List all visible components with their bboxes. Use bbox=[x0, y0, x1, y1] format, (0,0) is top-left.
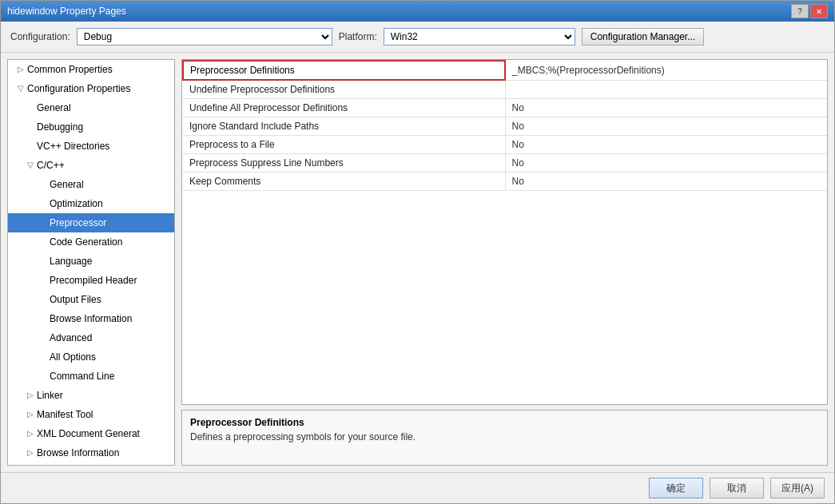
property-row-6[interactable]: Keep CommentsNo bbox=[183, 173, 827, 191]
tree-item-cpp-advanced[interactable]: Advanced bbox=[8, 328, 174, 347]
property-name-0: Preprocessor Definitions bbox=[183, 61, 505, 80]
tree-label-cpp-optimization: Optimization bbox=[50, 196, 171, 212]
apply-button[interactable]: 应用(A) bbox=[770, 478, 825, 498]
tree-label-cpp-advanced: Advanced bbox=[50, 330, 171, 346]
tree-item-cpp-precomp[interactable]: Precompiled Header bbox=[8, 271, 174, 290]
tree-item-cpp-all-options[interactable]: All Options bbox=[8, 347, 174, 367]
property-row-3[interactable]: Ignore Standard Include PathsNo bbox=[183, 117, 827, 136]
tree-expander-cpp-code-gen[interactable] bbox=[37, 236, 50, 248]
tree-item-cpp[interactable]: ▽C/C++ bbox=[8, 156, 174, 175]
tree-expander-cpp-language[interactable] bbox=[37, 255, 50, 268]
tree-label-debugging: Debugging bbox=[37, 119, 171, 135]
config-manager-button[interactable]: Configuration Manager... bbox=[582, 28, 704, 46]
property-row-5[interactable]: Preprocess Suppress Line NumbersNo bbox=[183, 154, 827, 173]
tree-item-xml-doc[interactable]: ▷XML Document Generat bbox=[8, 424, 174, 443]
tree-item-vc-directories[interactable]: VC++ Directories bbox=[8, 137, 174, 156]
main-window: hidewindow Property Pages ? ✕ Configurat… bbox=[0, 0, 835, 504]
tree-label-common-props: Common Properties bbox=[27, 62, 171, 77]
tree-label-cpp-preprocessor: Preprocessor bbox=[50, 215, 171, 231]
tree-item-cpp-preprocessor[interactable]: Preprocessor bbox=[8, 213, 174, 232]
tree-expander-common-props[interactable]: ▷ bbox=[14, 63, 27, 76]
tree-label-manifest-tool: Manifest Tool bbox=[37, 407, 171, 423]
tree-expander-manifest-tool[interactable]: ▷ bbox=[24, 408, 37, 421]
tree-expander-cpp-optimization[interactable] bbox=[37, 197, 50, 210]
property-value-2: No bbox=[505, 99, 827, 117]
tree-label-cpp-output: Output Files bbox=[50, 292, 171, 308]
tree-expander-cpp-advanced[interactable] bbox=[37, 331, 50, 344]
tree-expander-debugging[interactable] bbox=[24, 121, 37, 133]
tree-label-browse-info: Browse Information bbox=[37, 445, 171, 461]
tree-expander-cpp-general[interactable] bbox=[37, 178, 50, 191]
toolbar: Configuration: Debug Platform: Win32 Con… bbox=[1, 22, 834, 53]
description-panel: Preprocessor Definitions Defines a prepr… bbox=[181, 410, 828, 466]
tree-item-cpp-general[interactable]: General bbox=[8, 175, 174, 194]
tree-label-linker: Linker bbox=[37, 387, 171, 403]
tree-item-build-events[interactable]: ▷Build Events bbox=[8, 462, 174, 466]
configuration-select[interactable]: Debug bbox=[77, 28, 332, 46]
property-table: Preprocessor Definitions_MBCS;%(Preproce… bbox=[182, 60, 827, 191]
tree-item-cpp-optimization[interactable]: Optimization bbox=[8, 194, 174, 213]
window-title: hidewindow Property Pages bbox=[7, 6, 126, 17]
tree-item-common-props[interactable]: ▷Common Properties bbox=[8, 60, 174, 79]
tree-item-linker[interactable]: ▷Linker bbox=[8, 386, 174, 405]
tree-expander-cpp-command-line[interactable] bbox=[37, 370, 50, 383]
property-row-2[interactable]: Undefine All Preprocessor DefinitionsNo bbox=[183, 99, 827, 117]
property-name-6: Keep Comments bbox=[183, 173, 505, 191]
tree-label-cpp-general: General bbox=[50, 177, 171, 192]
property-name-2: Undefine All Preprocessor Definitions bbox=[183, 99, 505, 117]
tree-expander-linker[interactable]: ▷ bbox=[24, 389, 37, 402]
tree-label-cpp-command-line: Command Line bbox=[50, 368, 171, 384]
property-name-3: Ignore Standard Include Paths bbox=[183, 117, 505, 136]
tree-items-container[interactable]: ▷Common Properties▽Configuration Propert… bbox=[8, 60, 174, 466]
platform-select[interactable]: Win32 bbox=[384, 28, 575, 46]
tree-expander-xml-doc[interactable]: ▷ bbox=[24, 427, 37, 440]
tree-expander-cpp-precomp[interactable] bbox=[37, 274, 50, 287]
property-value-5: No bbox=[505, 154, 827, 173]
tree-item-config-props[interactable]: ▽Configuration Properties bbox=[8, 79, 174, 98]
tree-expander-general[interactable] bbox=[24, 101, 37, 114]
tree-expander-browse-info[interactable]: ▷ bbox=[24, 446, 37, 459]
tree-item-cpp-language[interactable]: Language bbox=[8, 252, 174, 271]
tree-expander-cpp[interactable]: ▽ bbox=[24, 159, 37, 172]
tree-expander-cpp-output[interactable] bbox=[37, 293, 50, 306]
help-button[interactable]: ? bbox=[791, 4, 809, 18]
property-row-0[interactable]: Preprocessor Definitions_MBCS;%(Preproce… bbox=[183, 61, 827, 80]
tree-item-debugging[interactable]: Debugging bbox=[8, 117, 174, 137]
right-panel: Preprocessor Definitions_MBCS;%(Preproce… bbox=[181, 59, 828, 466]
tree-item-cpp-browse[interactable]: Browse Information bbox=[8, 309, 174, 328]
property-row-4[interactable]: Preprocess to a FileNo bbox=[183, 136, 827, 154]
property-name-4: Preprocess to a File bbox=[183, 136, 505, 154]
tree-item-cpp-command-line[interactable]: Command Line bbox=[8, 367, 174, 386]
description-title: Preprocessor Definitions bbox=[190, 417, 819, 428]
title-bar: hidewindow Property Pages ? ✕ bbox=[1, 1, 834, 22]
tree-label-cpp-precomp: Precompiled Header bbox=[50, 272, 171, 288]
property-name-1: Undefine Preprocessor Definitions bbox=[183, 80, 505, 99]
config-label: Configuration: bbox=[10, 31, 70, 42]
description-text: Defines a preprocessing symbols for your… bbox=[190, 431, 819, 442]
property-row-1[interactable]: Undefine Preprocessor Definitions bbox=[183, 80, 827, 99]
cancel-button[interactable]: 取消 bbox=[710, 478, 764, 498]
tree-expander-config-props[interactable]: ▽ bbox=[14, 82, 27, 95]
tree-item-cpp-output[interactable]: Output Files bbox=[8, 290, 174, 309]
bottom-bar: 确定 取消 应用(A) bbox=[1, 472, 834, 503]
tree-item-cpp-code-gen[interactable]: Code Generation bbox=[8, 232, 174, 252]
tree-item-manifest-tool[interactable]: ▷Manifest Tool bbox=[8, 405, 174, 424]
tree-item-general[interactable]: General bbox=[8, 98, 174, 117]
tree-label-cpp-all-options: All Options bbox=[50, 349, 171, 365]
tree-label-xml-doc: XML Document Generat bbox=[37, 426, 171, 442]
close-button[interactable]: ✕ bbox=[810, 4, 828, 18]
ok-button[interactable]: 确定 bbox=[649, 478, 703, 498]
main-content: ▷Common Properties▽Configuration Propert… bbox=[1, 53, 834, 472]
property-value-4: No bbox=[505, 136, 827, 154]
tree-label-vc-directories: VC++ Directories bbox=[37, 138, 171, 154]
tree-label-cpp: C/C++ bbox=[37, 157, 171, 173]
property-grid: Preprocessor Definitions_MBCS;%(Preproce… bbox=[181, 59, 828, 405]
tree-expander-cpp-preprocessor[interactable] bbox=[37, 216, 50, 229]
tree-label-cpp-browse: Browse Information bbox=[50, 311, 171, 327]
tree-expander-vc-directories[interactable] bbox=[24, 140, 37, 153]
title-bar-buttons: ? ✕ bbox=[791, 4, 828, 18]
tree-label-build-events: Build Events bbox=[37, 464, 171, 466]
tree-item-browse-info[interactable]: ▷Browse Information bbox=[8, 443, 174, 462]
tree-expander-cpp-browse[interactable] bbox=[37, 312, 50, 325]
tree-expander-cpp-all-options[interactable] bbox=[37, 351, 50, 363]
